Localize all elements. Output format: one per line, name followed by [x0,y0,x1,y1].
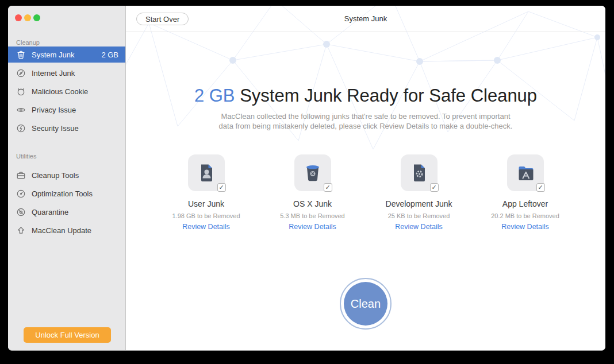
category-checkbox[interactable] [324,183,332,192]
headline-size: 2 GB [194,86,235,106]
zoom-button-icon[interactable] [33,14,40,21]
category-osx-junk: OS X Junk 5.3 MB to be Removed Review De… [259,154,366,231]
trash-bin-icon [302,162,323,183]
start-over-button[interactable]: Start Over [136,13,189,25]
category-app-leftover: App Leftover 20.2 MB to be Removed Revie… [472,154,578,231]
category-user-junk: User Junk 1.98 GB to be Removed Review D… [153,154,259,231]
size-badge: 2 GB [101,51,118,59]
update-arrow-icon [16,226,26,235]
category-size: 5.3 MB to be Removed [259,212,366,219]
subtitle-line-1: MacClean collected the following junks t… [126,111,605,121]
headline: 2 GB System Junk Ready for Safe Cleanup [126,32,605,106]
category-name: OS X Junk [259,199,366,208]
review-details-link[interactable]: Review Details [395,223,443,231]
app-folder-icon [515,162,536,183]
screenshot-root: { "window": { "controls": [ { "name": "c… [0,0,614,364]
quarantine-icon [16,207,26,217]
section-label-utilities: Utilities [16,153,36,160]
sidebar-item-label: Optimization Tools [32,189,93,198]
page-title: System Junk [344,14,387,23]
cookie-jar-icon [16,87,26,96]
sidebar-item-internet-junk[interactable]: Internet Junk [8,65,125,81]
sidebar-item-security-issue[interactable]: Security Issue [8,120,125,136]
gear-document-icon [409,162,429,183]
close-button-icon[interactable] [15,14,22,21]
window-controls [15,14,40,21]
category-checkbox[interactable] [430,183,439,192]
sidebar-item-optimization-tools[interactable]: Optimization Tools [8,185,125,202]
category-size: 25 KB to be Removed [366,212,472,219]
eye-icon [16,105,26,115]
sidebar-item-privacy-issue[interactable]: Privacy Issue [8,102,125,118]
review-details-link[interactable]: Review Details [182,223,230,231]
compass-icon [16,68,26,78]
clean-button-face[interactable]: Clean [344,282,387,326]
sidebar-item-label: Internet Junk [32,69,75,78]
category-name: Development Junk [366,199,472,208]
category-name: User Junk [153,199,259,208]
headline-text: System Junk Ready for Safe Cleanup [240,86,537,106]
sidebar-item-label: Security Issue [32,124,79,133]
minimize-button-icon[interactable] [24,14,31,21]
category-tile [188,154,225,191]
junk-categories: User Junk 1.98 GB to be Removed Review D… [153,154,578,231]
app-window: Cleanup System Junk 2 GB Internet Junk M… [8,6,605,351]
sidebar-item-label: Cleanup Tools [32,171,79,180]
clean-button[interactable]: Clean [340,278,392,330]
category-tile [401,154,438,191]
review-details-link[interactable]: Review Details [501,223,549,231]
category-size: 20.2 MB to be Removed [472,212,578,219]
review-details-link[interactable]: Review Details [289,223,336,231]
subtitle: MacClean collected the following junks t… [126,111,605,131]
sidebar-item-malicious-cookie[interactable]: Malicious Cookie [8,83,125,99]
sidebar-item-label: Malicious Cookie [32,87,88,96]
sidebar-item-label: Quarantine [32,208,68,216]
unlock-full-version-button[interactable]: Unlock Full Version [24,327,111,343]
sidebar-item-system-junk[interactable]: System Junk 2 GB [8,47,125,63]
category-name: App Leftover [472,199,578,208]
user-document-icon [196,162,217,183]
trash-icon [16,50,26,60]
sidebar-item-label: MacClean Update [32,226,91,235]
results-panel: 2 GB System Junk Ready for Safe Cleanup … [126,32,605,350]
category-tile [294,154,331,191]
category-checkbox[interactable] [536,183,545,192]
sidebar: Cleanup System Junk 2 GB Internet Junk M… [8,6,126,350]
sidebar-item-cleanup-tools[interactable]: Cleanup Tools [8,167,125,183]
gauge-icon [16,189,26,199]
sidebar-item-label: System Junk [32,51,74,59]
category-checkbox[interactable] [217,183,226,192]
category-size: 1.98 GB to be Removed [153,212,259,219]
category-tile [507,154,544,191]
toolbox-icon [16,171,26,180]
category-development-junk: Development Junk 25 KB to be Removed Rev… [366,154,472,231]
topbar: Start Over System Junk [126,6,605,32]
sidebar-item-label: Privacy Issue [32,106,76,114]
shield-bolt-icon [16,123,26,133]
subtitle-line-2: data from being mistakenly deleted, plea… [126,121,605,131]
section-label-cleanup: Cleanup [16,39,40,46]
main-content: Start Over System Junk 2 GB System Junk … [126,6,605,350]
sidebar-item-quarantine[interactable]: Quarantine [8,204,125,220]
sidebar-item-macclean-update[interactable]: MacClean Update [8,222,125,238]
